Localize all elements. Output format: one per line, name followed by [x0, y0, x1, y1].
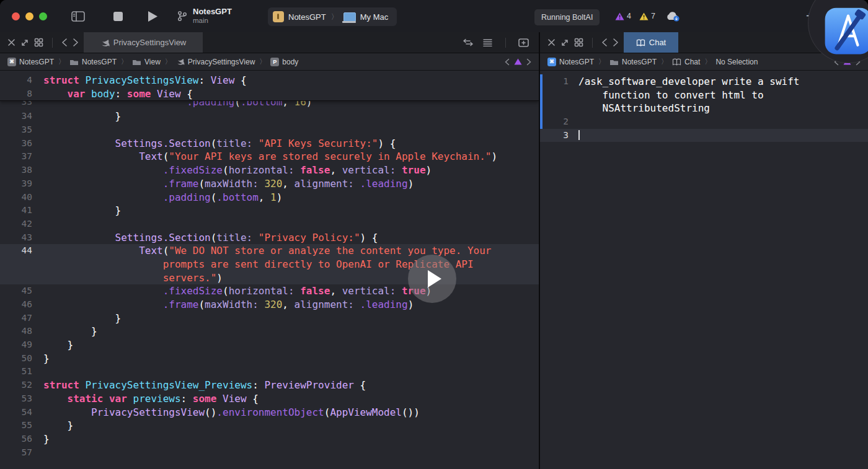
- breadcrumb-item-selection: No Selection: [715, 58, 758, 66]
- code-line: 38.fixedSize(horizontal: false, vertical…: [0, 164, 539, 177]
- back-button[interactable]: [61, 38, 68, 47]
- git-branch-icon: [177, 11, 188, 22]
- code-line: 2: [540, 115, 868, 129]
- text-cursor: [578, 130, 580, 140]
- line-number: 48: [0, 325, 32, 338]
- line-number: 1: [540, 75, 569, 89]
- focus-editor-icon[interactable]: [560, 38, 569, 47]
- code-line: 45.fixedSize(horizontal: false, vertical…: [0, 284, 539, 298]
- line-number: [0, 271, 32, 285]
- back-button[interactable]: [601, 38, 608, 47]
- project-file-icon: ⌘: [7, 58, 16, 66]
- code-line: 47}: [0, 312, 539, 325]
- breadcrumb-item-group[interactable]: NotesGPT: [82, 58, 117, 66]
- code-line: 34}: [0, 110, 539, 123]
- folder-icon: [132, 58, 141, 66]
- scheme-target: NotesGPT: [288, 12, 326, 22]
- video-play-button[interactable]: [408, 255, 456, 303]
- code-line: 36Settings.Section(title: "API Keys Secu…: [0, 137, 539, 151]
- breadcrumb-item-file[interactable]: PrivacySettingsView: [188, 58, 255, 66]
- warnings-badge[interactable]: 7: [639, 12, 655, 20]
- branch-name: main: [193, 17, 232, 25]
- related-items-icon[interactable]: [34, 38, 43, 47]
- prev-issue-icon[interactable]: [505, 58, 510, 66]
- breadcrumb-item-project[interactable]: NotesGPT: [559, 58, 594, 66]
- tab-privacysettingsview[interactable]: PrivacySettingsView: [84, 32, 203, 53]
- runtime-issues-badge[interactable]: 4: [615, 12, 631, 20]
- code-review-icon[interactable]: [463, 38, 474, 46]
- breadcrumb-item-file[interactable]: Chat: [684, 58, 700, 66]
- zoom-window-button[interactable]: [39, 12, 47, 20]
- breadcrumb-item-symbol[interactable]: body: [282, 58, 298, 66]
- related-items-icon[interactable]: [574, 38, 583, 47]
- change-bar: [540, 74, 542, 129]
- line-number: [540, 102, 569, 115]
- activity-status[interactable]: Running BoltAI: [534, 9, 600, 25]
- project-file-icon: ⌘: [547, 58, 556, 66]
- tab-chat[interactable]: Chat: [624, 32, 678, 53]
- minimize-window-button[interactable]: [25, 12, 33, 20]
- toolbar: NotesGPT main NotesGPT 〉 My Mac Running …: [0, 0, 868, 33]
- close-editor-icon[interactable]: [7, 38, 16, 46]
- line-number: 55: [0, 419, 32, 432]
- code-line: 35: [0, 123, 539, 137]
- partially-scrolled-line: 33.padding(.bottom, 16): [0, 101, 539, 110]
- line-number: [0, 258, 32, 271]
- forward-button[interactable]: [613, 38, 619, 47]
- stop-button[interactable]: [113, 12, 123, 21]
- left-editor-pane: PrivacySettingsView ⌘ NotesGPT 〉 N: [0, 32, 539, 469]
- app-icon: [273, 11, 284, 22]
- book-icon: [636, 39, 645, 46]
- line-number: 4: [0, 74, 32, 87]
- code-line: 56}: [0, 432, 539, 446]
- next-issue-icon[interactable]: [526, 58, 531, 66]
- code-line: 40.padding(.bottom, 1): [0, 191, 539, 204]
- cloud-sync-indicator[interactable]: [665, 10, 681, 22]
- cloud-icon: [665, 10, 681, 22]
- line-number: 54: [0, 406, 32, 419]
- line-number: 3: [540, 129, 569, 142]
- add-editor-icon[interactable]: [518, 38, 529, 47]
- code-line: 46.frame(maxWidth: 320, alignment: .lead…: [0, 298, 539, 312]
- code-line: 49}: [0, 338, 539, 352]
- scheme-selector[interactable]: NotesGPT 〉 My Mac: [268, 7, 397, 26]
- code-line: 43Settings.Section(title: "Privacy Polic…: [0, 231, 539, 245]
- code-line: 53static var previews: some View {: [0, 392, 539, 406]
- focus-editor-icon[interactable]: [20, 38, 29, 47]
- breadcrumb-item-folder[interactable]: View: [144, 58, 161, 66]
- line-number: 45: [0, 284, 32, 298]
- close-window-button[interactable]: [12, 12, 20, 20]
- code-line: 41}: [0, 204, 539, 217]
- line-number: [540, 89, 569, 102]
- line-number: 56: [0, 432, 32, 446]
- mac-icon: [343, 12, 356, 22]
- scheme-destination: My Mac: [360, 12, 389, 22]
- line-number: 51: [0, 365, 32, 379]
- breadcrumb-item-project[interactable]: NotesGPT: [19, 58, 54, 66]
- chat-editor[interactable]: 1/ask_software_developer write a swiftfu…: [540, 71, 868, 469]
- scheme-branch-info[interactable]: NotesGPT main: [177, 7, 232, 25]
- folder-icon: [609, 58, 619, 66]
- line-number: 53: [0, 392, 32, 406]
- sticky-scope-header: 4struct PrivacySettingsView: View {8var …: [0, 71, 539, 101]
- editor-options-icon[interactable]: [482, 38, 493, 46]
- swift-file-icon: [176, 58, 185, 66]
- code-editor[interactable]: 4struct PrivacySettingsView: View {8var …: [0, 71, 539, 469]
- code-line: 55}: [0, 419, 539, 432]
- line-number: 36: [0, 137, 32, 151]
- line-number: 38: [0, 164, 32, 177]
- forward-button[interactable]: [73, 38, 79, 47]
- line-number: 57: [0, 446, 32, 460]
- warning-icon: [639, 12, 649, 20]
- line-number: 50: [0, 352, 32, 366]
- editor-area: PrivacySettingsView ⌘ NotesGPT 〉 N: [0, 32, 868, 469]
- tab-label: Chat: [649, 38, 666, 47]
- sidebar-toggle-icon[interactable]: [71, 11, 85, 22]
- code-line: 52struct PrivacySettingsView_Previews: P…: [0, 379, 539, 392]
- close-editor-icon[interactable]: [547, 38, 556, 46]
- breadcrumb-item-group[interactable]: NotesGPT: [622, 58, 657, 66]
- book-icon: [672, 58, 681, 66]
- code-line: 4struct PrivacySettingsView: View {: [0, 74, 539, 87]
- runtime-warning-icon: [514, 58, 522, 65]
- run-button[interactable]: [148, 11, 158, 22]
